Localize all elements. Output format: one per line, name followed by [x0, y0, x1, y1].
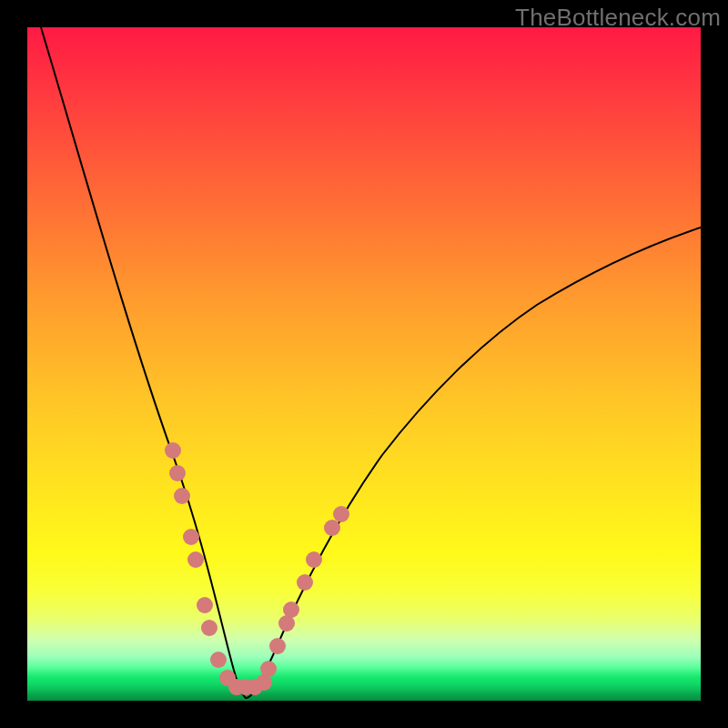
marker [201, 620, 217, 636]
marker [187, 551, 204, 568]
marker [174, 488, 190, 504]
marker [169, 465, 186, 481]
chart-frame: TheBottleneck.com [0, 0, 728, 728]
watermark-text: TheBottleneck.com [515, 4, 721, 32]
plot-area [27, 27, 701, 701]
curve-markers [165, 442, 349, 695]
marker [283, 602, 299, 618]
marker [333, 506, 349, 522]
curve-layer [27, 27, 701, 701]
marker [197, 597, 213, 613]
marker [165, 442, 181, 459]
marker [260, 661, 277, 677]
marker [306, 551, 322, 568]
bottleneck-curve [41, 27, 701, 698]
marker [183, 529, 199, 545]
marker [324, 520, 340, 536]
marker [269, 638, 286, 654]
marker [297, 574, 313, 591]
marker [210, 652, 227, 668]
